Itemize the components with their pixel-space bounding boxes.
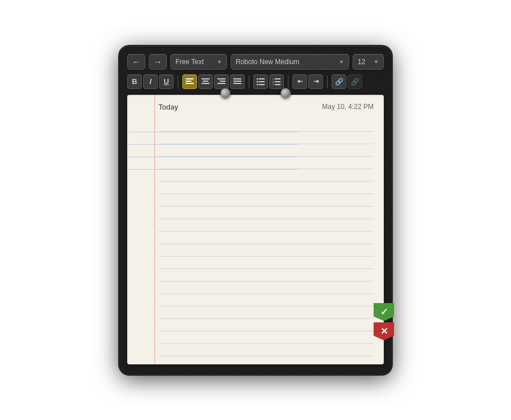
- svg-point-20: [257, 83, 258, 85]
- freetype-dropdown[interactable]: Free Text ▼: [170, 54, 227, 70]
- svg-rect-4: [202, 78, 210, 79]
- note-line: [158, 319, 374, 331]
- svg-rect-5: [203, 81, 208, 82]
- svg-rect-6: [202, 83, 210, 84]
- svg-point-18: [257, 81, 258, 82]
- align-justify-button[interactable]: [230, 74, 245, 89]
- svg-rect-27: [275, 84, 280, 85]
- note-line: [158, 207, 374, 219]
- separator-3: [288, 75, 288, 88]
- indent-decrease-button[interactable]: ⇤: [292, 74, 307, 89]
- note-line: [158, 331, 374, 344]
- note-lines[interactable]: [158, 119, 374, 356]
- bookmark-container: ✓ ✕: [374, 303, 394, 341]
- cancel-bookmark[interactable]: ✕: [374, 322, 394, 341]
- alignment-group: [182, 74, 245, 89]
- size-label: 12: [358, 58, 365, 66]
- app-window: ← → Free Text ▼ Roboto New Medium ▼ 12 ▼…: [119, 46, 392, 375]
- note-line: [158, 157, 374, 169]
- note-line: [158, 306, 374, 319]
- size-chevron-icon: ▼: [374, 59, 379, 65]
- note-line: [158, 244, 374, 257]
- indent-group: ⇤ ⇥: [292, 74, 323, 89]
- add-link-button[interactable]: 🔗: [332, 74, 346, 89]
- font-chevron-icon: ▼: [339, 59, 344, 65]
- svg-rect-25: [275, 81, 280, 82]
- remove-link-button[interactable]: 🔗: [347, 74, 362, 89]
- svg-rect-9: [220, 81, 225, 82]
- note-line: [158, 257, 374, 269]
- font-dropdown[interactable]: Roboto New Medium ▼: [231, 54, 349, 70]
- note-line: [158, 194, 374, 207]
- note-line: [158, 344, 374, 356]
- svg-text:2.: 2.: [273, 81, 274, 83]
- separator-1: [178, 75, 178, 88]
- align-left-button[interactable]: [182, 74, 197, 89]
- note-line: [158, 269, 374, 282]
- note-line: [158, 169, 374, 182]
- note-line: [158, 119, 374, 132]
- ring-left: [220, 88, 231, 98]
- svg-rect-2: [186, 83, 194, 84]
- link-group: 🔗 🔗: [332, 74, 362, 89]
- align-justify-icon: [233, 78, 241, 85]
- note-line: [158, 294, 374, 306]
- confirm-bookmark[interactable]: ✓: [374, 303, 394, 321]
- svg-point-16: [257, 78, 258, 80]
- svg-rect-14: [233, 83, 241, 84]
- undo-button[interactable]: ←: [127, 54, 145, 70]
- svg-rect-13: [233, 81, 241, 82]
- svg-rect-17: [259, 78, 265, 79]
- note-line: [158, 232, 374, 244]
- svg-rect-1: [186, 81, 191, 82]
- note-line: [158, 282, 374, 294]
- separator-4: [327, 75, 328, 88]
- note-datetime: May 10, 4:22 PM: [322, 103, 374, 111]
- font-label: Roboto New Medium: [236, 58, 299, 66]
- align-right-button[interactable]: [214, 74, 229, 89]
- align-left-icon: [186, 78, 194, 85]
- confirm-icon: ✓: [380, 308, 388, 317]
- bold-button[interactable]: B: [127, 74, 142, 89]
- note-line: [158, 182, 374, 194]
- svg-rect-23: [275, 78, 280, 79]
- date-row: Today May 10, 4:22 PM: [158, 103, 374, 114]
- align-right-icon: [217, 78, 225, 85]
- note-line: [158, 144, 374, 157]
- numbered-list-button[interactable]: 1. 2. 3.: [269, 74, 284, 89]
- svg-rect-0: [186, 78, 194, 79]
- freetype-label: Free Text: [175, 58, 204, 66]
- bullet-list-button[interactable]: [253, 74, 268, 89]
- redo-button[interactable]: →: [149, 54, 167, 70]
- note-date-label: Today: [158, 103, 178, 111]
- svg-rect-10: [217, 83, 225, 84]
- align-center-button[interactable]: [198, 74, 213, 89]
- svg-rect-19: [259, 81, 265, 82]
- size-dropdown[interactable]: 12 ▼: [353, 54, 384, 70]
- numbered-list-icon: 1. 2. 3.: [273, 78, 280, 85]
- note-line: [158, 132, 374, 144]
- bullet-list-icon: [257, 78, 265, 85]
- freetype-chevron-icon: ▼: [217, 59, 222, 65]
- list-group: 1. 2. 3.: [253, 74, 284, 89]
- note-content[interactable]: Today May 10, 4:22 PM: [127, 95, 384, 364]
- note-line: [158, 219, 374, 232]
- ring-right: [280, 88, 291, 98]
- cancel-icon: ✕: [380, 327, 388, 336]
- svg-rect-12: [233, 78, 241, 79]
- toolbar-row2: B I U: [127, 74, 384, 89]
- svg-rect-21: [259, 84, 265, 85]
- underline-button[interactable]: U: [159, 74, 174, 89]
- italic-button[interactable]: I: [143, 74, 158, 89]
- indent-increase-button[interactable]: ⇥: [308, 74, 323, 89]
- text-format-group: B I U: [127, 74, 174, 89]
- notebook-paper[interactable]: Today May 10, 4:22 PM: [127, 95, 384, 364]
- svg-rect-8: [217, 78, 225, 79]
- align-center-icon: [202, 78, 210, 85]
- separator-2: [249, 75, 249, 88]
- toolbar-row1: ← → Free Text ▼ Roboto New Medium ▼ 12 ▼: [127, 54, 384, 70]
- svg-text:1.: 1.: [273, 78, 274, 81]
- svg-text:3.: 3.: [273, 84, 274, 85]
